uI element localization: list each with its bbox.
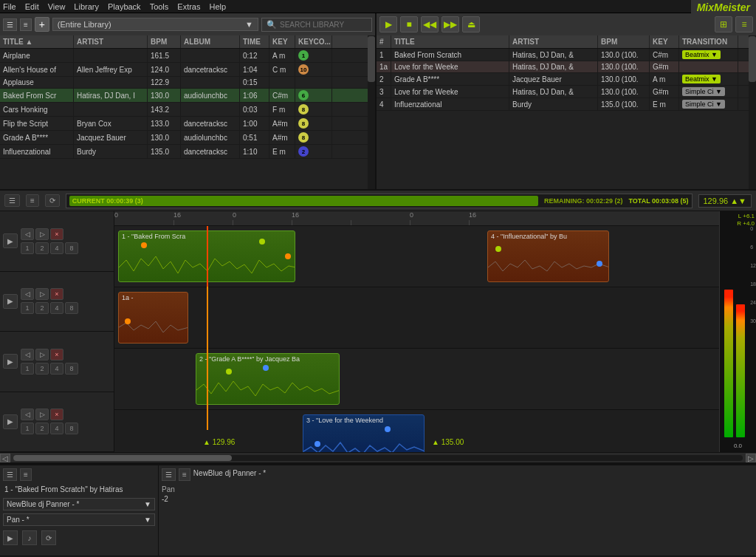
curve-point-1a[interactable]	[125, 318, 131, 324]
list-item[interactable]: Baked From Scr Hatiras, DJ Dan, I 130.0 …	[0, 89, 368, 103]
playlist-item[interactable]: 3 Love for the Weeke Hatiras, DJ Dan, & …	[377, 86, 749, 98]
track-block-love[interactable]: 3 - "Love for the Weekend	[303, 414, 425, 452]
tc-num-8[interactable]: 8	[65, 242, 78, 254]
list-item[interactable]: Applause 122.9 0:15	[0, 77, 368, 89]
tc-num-1a-2[interactable]: 2	[35, 302, 49, 314]
curve-point-love-1[interactable]	[315, 441, 320, 447]
menu-library[interactable]: Library	[74, 2, 99, 11]
menu-edit[interactable]: Edit	[25, 2, 39, 11]
track-icon-1a[interactable]: ▶	[3, 294, 18, 309]
playlist-item[interactable]: 1 Baked From Scratch Hatiras, DJ Dan, & …	[377, 49, 749, 61]
bl-menu-btn[interactable]: ☰	[3, 468, 17, 481]
tc-fwd-btn[interactable]: ▷	[35, 228, 49, 240]
loop-mini-btn[interactable]: ⟳	[41, 530, 56, 545]
plugin-dropdown-1[interactable]: NewBlue dj Panner - * ▼	[3, 498, 155, 510]
track-icon-3[interactable]: ▶	[3, 414, 18, 429]
list-item[interactable]: Influenzational Burdy 135.0 dancetracksc…	[0, 145, 368, 159]
play-mini-btn[interactable]: ▶	[3, 530, 18, 545]
tc-fwd-btn-3[interactable]: ▷	[35, 409, 49, 420]
library-add-button[interactable]: +	[35, 17, 49, 32]
playlist-item[interactable]: 1a Love for the Weeke Hatiras, DJ Dan, &…	[377, 61, 749, 73]
tl-list-btn[interactable]: ≡	[26, 194, 39, 207]
plugin-dropdown-2[interactable]: Pan - * ▼	[3, 513, 155, 526]
menu-playback[interactable]: Playback	[108, 2, 141, 11]
cell-artist	[74, 49, 148, 62]
lib-list-btn[interactable]: ≡	[20, 18, 32, 31]
tc-num-3-8[interactable]: 8	[65, 423, 78, 434]
next-button[interactable]: ▶▶	[441, 16, 459, 33]
tc-close-btn[interactable]: ×	[50, 228, 63, 240]
tc-num-2-1[interactable]: 1	[21, 363, 34, 375]
tc-back-btn-3[interactable]: ◁	[21, 409, 34, 420]
menu-help[interactable]: Help	[210, 2, 227, 11]
list-item[interactable]: Grade A B**** Jacquez Bauer 130.0 audiol…	[0, 131, 368, 145]
curve-point-love-2[interactable]	[385, 426, 391, 432]
lib-menu-btn[interactable]: ☰	[3, 18, 17, 31]
track-block-influenzational[interactable]: 4 - "Influenzational" by Bu	[487, 230, 609, 282]
tl-menu-btn[interactable]: ☰	[4, 194, 20, 207]
tc-num-1a-8[interactable]: 8	[65, 302, 78, 314]
tc-close-btn-1a[interactable]: ×	[50, 288, 63, 300]
playlist-view-btn[interactable]: ⊞	[715, 16, 732, 33]
curve-point-inf-1[interactable]	[495, 246, 501, 252]
prev-button[interactable]: ◀◀	[421, 16, 439, 33]
playlist-item[interactable]: 2 Grade A B**** Jacquez Bauer 130.0 (100…	[377, 73, 749, 86]
list-item[interactable]: Airplane 161.5 0:12 A m 1	[0, 49, 368, 63]
search-input[interactable]	[280, 21, 361, 29]
track-icon-2[interactable]: ▶	[3, 354, 18, 369]
tl-scroll-right[interactable]: ▷	[746, 454, 756, 462]
tc-back-btn-1a[interactable]: ◁	[21, 288, 34, 300]
tc-fwd-btn-1a[interactable]: ▷	[35, 288, 49, 300]
tc-fwd-btn-2[interactable]: ▷	[35, 349, 49, 360]
track-icon-1[interactable]: ▶	[3, 233, 18, 248]
list-item-flip-the-script[interactable]: Flip the Script Bryan Cox 133.0 dancetra…	[0, 117, 368, 131]
tc-num-2[interactable]: 2	[35, 242, 49, 254]
library-scrollbar[interactable]	[368, 35, 375, 189]
tc-num-4[interactable]: 4	[50, 242, 63, 254]
list-item[interactable]: Allen's House of Allen Jeffrey Exp 124.0…	[0, 63, 368, 77]
tc-num-1a-1[interactable]: 1	[21, 302, 34, 314]
tc-back-btn-2[interactable]: ◁	[21, 349, 34, 360]
library-dropdown[interactable]: (Entire Library) ▼	[52, 18, 258, 31]
track-block-grade[interactable]: 2 - "Grade A B****" by Jacquez Ba	[196, 353, 340, 405]
bl-list-btn[interactable]: ≡	[20, 468, 32, 481]
tc-num-2-2[interactable]: 2	[35, 363, 49, 375]
timeline-scrollbar[interactable]: ◁ ▷	[0, 452, 756, 462]
br-list-btn[interactable]: ≡	[179, 468, 190, 481]
track-block-baked[interactable]: 1 - "Baked From Scra	[118, 230, 295, 282]
playlist-item[interactable]: 4 Influenzational Burdy 135.0 (100. E m …	[377, 98, 749, 111]
timeline-scroll-track[interactable]	[13, 455, 743, 461]
stop-button[interactable]: ■	[400, 16, 418, 33]
menu-view[interactable]: View	[48, 2, 66, 11]
tc-num-1a-4[interactable]: 4	[50, 302, 63, 314]
list-item[interactable]: Cars Honking 143.2 0:03 F m 8	[0, 103, 368, 117]
tl-scroll-left[interactable]: ◁	[0, 454, 10, 462]
speaker-btn[interactable]: ♪	[22, 530, 37, 545]
tc-num-2-8[interactable]: 8	[65, 363, 78, 375]
br-menu-btn[interactable]: ☰	[162, 468, 176, 481]
tc-num-1[interactable]: 1	[21, 242, 34, 254]
tc-close-btn-2[interactable]: ×	[50, 349, 63, 360]
tc-back-btn[interactable]: ◁	[21, 228, 34, 240]
track-block-1a[interactable]: 1a -	[118, 292, 188, 344]
tc-num-3-2[interactable]: 2	[35, 423, 49, 434]
tl-loop-btn[interactable]: ⟳	[45, 194, 60, 207]
curve-point-inf-2[interactable]	[597, 261, 602, 267]
eject-button[interactable]: ⏏	[462, 16, 480, 33]
library-search[interactable]: 🔍	[261, 18, 372, 32]
play-button[interactable]: ▶	[379, 16, 397, 33]
tc-num-2-4[interactable]: 4	[50, 363, 63, 375]
menu-extras[interactable]: Extras	[177, 2, 200, 11]
curve-point-3[interactable]	[285, 253, 291, 259]
curve-point-grade-1[interactable]	[226, 369, 232, 375]
menu-file[interactable]: File	[3, 2, 16, 11]
curve-point-1[interactable]	[141, 242, 147, 248]
tc-close-btn-3[interactable]: ×	[50, 409, 63, 420]
playlist-list-btn[interactable]: ≡	[735, 16, 753, 33]
tc-num-3-1[interactable]: 1	[21, 423, 34, 434]
tc-num-3-4[interactable]: 4	[50, 423, 63, 434]
playlist-scrollbar[interactable]	[749, 35, 756, 189]
curve-point-grade-2[interactable]	[263, 365, 269, 371]
menu-tools[interactable]: Tools	[150, 2, 169, 11]
curve-point-2[interactable]	[259, 239, 265, 245]
